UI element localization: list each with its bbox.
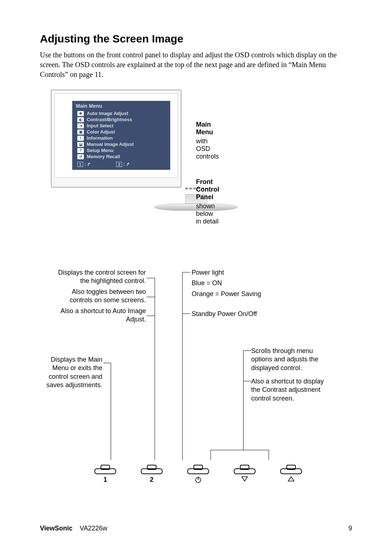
main-menu-callout: Main Menu with OSD controls — [196, 121, 219, 160]
osd-item: ↺Memory Recall — [72, 153, 170, 160]
button-label: 2 — [150, 476, 154, 484]
osd-item: ⬓Manual Image Adjust — [72, 141, 170, 147]
monitor-frame: Main Menu ✥Auto Image Adjust ◐Contrast/B… — [51, 90, 181, 188]
page-footer: ViewSonic VA2226w 9 — [40, 525, 352, 532]
button-1-description: Displays the Main Menu or exits the cont… — [44, 356, 102, 392]
physical-down-button — [234, 464, 256, 484]
osd-item: ✥Auto Image Adjust — [72, 110, 170, 116]
button-icon — [141, 464, 163, 475]
callout-heading: Main Menu — [196, 121, 219, 136]
svg-marker-10 — [242, 477, 248, 481]
label-text: Blue = ON — [192, 279, 290, 287]
label-text: Orange = Power Saving — [192, 290, 290, 298]
control-panel-diagram: Displays the control screen for the high… — [40, 268, 352, 493]
monitor-screen: Main Menu ✥Auto Image Adjust ◐Contrast/B… — [54, 93, 178, 177]
power-button-description: Standby Power On/Off — [192, 310, 286, 320]
info-icon: i — [77, 136, 84, 141]
physical-button-2: 2 — [141, 464, 163, 484]
scroll-description-b: Also a shortcut to display the Contrast … — [251, 377, 331, 405]
label-text: Also toggles between two controls on som… — [52, 288, 146, 305]
setup-icon: ? — [77, 148, 84, 153]
scroll-description-a: Scrolls through menu options and adjusts… — [251, 347, 331, 374]
footer-model: VA2226w — [80, 525, 107, 532]
contrast-icon: ◐ — [77, 117, 84, 122]
physical-button-1: 1 — [94, 464, 116, 484]
intro-paragraph: Use the buttons on the front control pan… — [40, 50, 352, 79]
osd-title: Main Menu — [72, 101, 170, 110]
button-icon — [94, 464, 116, 475]
label-text: Standby Power On/Off — [192, 310, 286, 318]
osd-footer: 1 : ↱ 2 : ↱ — [72, 160, 170, 168]
label-text: Displays the Main Menu or exits the cont… — [44, 356, 102, 390]
callout-sub: shown below in detail — [196, 202, 219, 225]
osd-key-1: 1 — [77, 162, 83, 167]
power-light-description: Power light Blue = ON Orange = Power Sav… — [192, 268, 290, 300]
callout-sub: with OSD controls — [196, 138, 219, 160]
button-icon — [280, 464, 302, 475]
osd-item-label: Contrast/Brightness — [87, 117, 132, 122]
label-text: Displays the control screen for the high… — [52, 268, 146, 286]
recall-icon: ↺ — [77, 154, 84, 159]
triangle-up-icon — [287, 476, 295, 482]
label-text: Power light — [192, 268, 290, 277]
osd-item-label: Input Select — [87, 123, 114, 128]
osd-item: ?Setup Menu — [72, 147, 170, 153]
button-label: 1 — [103, 476, 107, 484]
triangle-down-icon — [241, 476, 248, 482]
osd-item-label: Information — [87, 135, 113, 141]
osd-key-2: 2 — [116, 162, 122, 167]
osd-item-label: Memory Recall — [87, 154, 120, 159]
osd-item: iInformation — [72, 135, 170, 141]
osd-menu: Main Menu ✥Auto Image Adjust ◐Contrast/B… — [72, 101, 170, 170]
osd-item: ⇥Input Select — [72, 123, 170, 129]
monitor-illustration: Main Menu ✥Auto Image Adjust ◐Contrast/B… — [40, 90, 352, 227]
osd-item: ▣Color Adjust — [72, 129, 170, 135]
front-panel-callout: Front Control Panel shown below in detai… — [196, 178, 219, 225]
osd-item: ◐Contrast/Brightness — [72, 116, 170, 123]
label-text: Also a shortcut to Auto Image Adjust. — [52, 307, 146, 324]
osd-item-label: Manual Image Adjust — [87, 141, 134, 147]
physical-up-button — [280, 464, 302, 484]
physical-power-button — [187, 464, 209, 484]
manual-icon: ⬓ — [77, 142, 84, 147]
footer-brand: ViewSonic — [40, 525, 73, 532]
input-icon: ⇥ — [77, 123, 84, 128]
osd-item-label: Setup Menu — [87, 148, 114, 153]
label-text: Also a shortcut to display the Contrast … — [251, 377, 331, 403]
power-icon — [195, 476, 202, 483]
callout-heading: Front Control Panel — [196, 178, 219, 201]
label-text: Scrolls through menu options and adjusts… — [251, 347, 331, 372]
page-title: Adjusting the Screen Image — [40, 33, 352, 45]
auto-adjust-icon: ✥ — [77, 111, 84, 116]
osd-item-label: Auto Image Adjust — [87, 111, 128, 116]
button-icon — [234, 464, 256, 475]
color-icon: ▣ — [77, 130, 84, 135]
button-icon — [187, 464, 209, 475]
button-2-description: Displays the control screen for the high… — [52, 268, 146, 326]
physical-button-row: 1 2 — [94, 464, 302, 484]
page-number: 9 — [348, 525, 352, 532]
osd-item-label: Color Adjust — [87, 129, 115, 135]
svg-marker-13 — [288, 477, 294, 481]
